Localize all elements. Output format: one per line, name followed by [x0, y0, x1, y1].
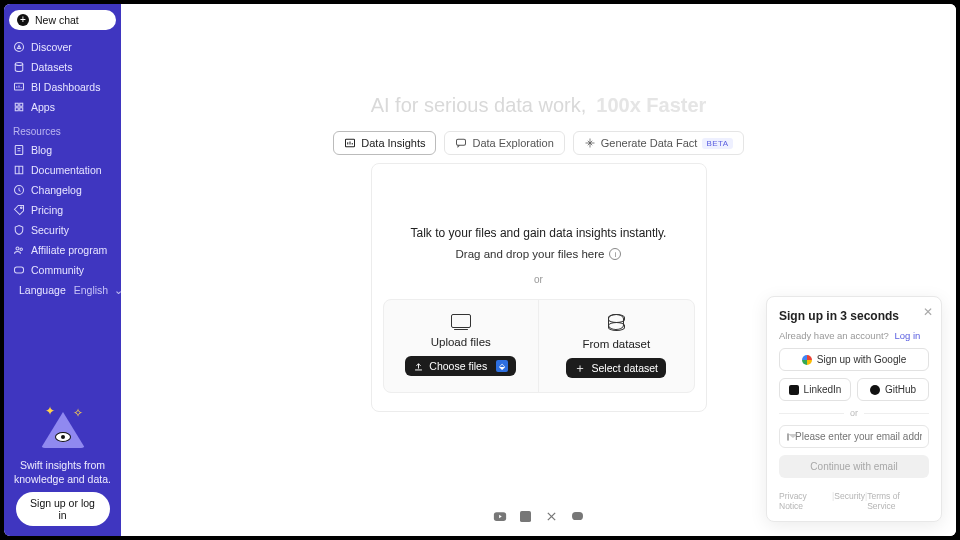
sidebar-item-changelog[interactable]: Changelog — [9, 181, 116, 199]
sso-label: GitHub — [885, 384, 916, 395]
sidebar-item-affiliate[interactable]: Affiliate program — [9, 241, 116, 259]
sidebar-item-label: Discover — [31, 41, 72, 53]
sidebar-item-label: Pricing — [31, 204, 63, 216]
svg-rect-4 — [20, 103, 23, 106]
database-icon — [13, 61, 25, 73]
sparkle-icon — [584, 137, 596, 149]
document-icon — [13, 144, 25, 156]
upload-files-card: Upload files Choose files ⬙ — [384, 300, 539, 392]
signup-login-button[interactable]: Sign up or log in — [16, 492, 110, 526]
sso-label: LinkedIn — [804, 384, 842, 395]
email-input[interactable] — [795, 431, 922, 442]
users-icon — [13, 244, 25, 256]
dashboard-icon — [13, 81, 25, 93]
discord-icon — [13, 264, 25, 276]
shield-icon — [13, 224, 25, 236]
legal-links: Privacy Notice | Security | Terms of Ser… — [779, 491, 929, 511]
language-selector[interactable]: Language English ⌄ — [9, 281, 116, 299]
privacy-link[interactable]: Privacy Notice — [779, 491, 832, 511]
svg-point-0 — [15, 43, 24, 52]
choose-files-button[interactable]: Choose files ⬙ — [405, 356, 516, 376]
sidebar-item-label: Community — [31, 264, 84, 276]
sidebar-item-dashboards[interactable]: BI Dashboards — [9, 78, 116, 96]
grid-icon — [13, 101, 25, 113]
email-input-wrapper — [779, 425, 929, 448]
main-content: AI for serious data work, 100x Faster Da… — [121, 4, 956, 536]
svg-point-10 — [16, 247, 19, 250]
select-dataset-button[interactable]: ＋ Select dataset — [566, 358, 666, 378]
card-title: Upload files — [431, 336, 491, 348]
sidebar-item-community[interactable]: Community — [9, 261, 116, 279]
sidebar-item-label: BI Dashboards — [31, 81, 100, 93]
sso-label: Sign up with Google — [817, 354, 907, 365]
sidebar-item-label: Changelog — [31, 184, 82, 196]
info-icon[interactable]: i — [609, 248, 621, 260]
tag-icon — [13, 204, 25, 216]
beta-badge: BETA — [702, 138, 732, 149]
plus-icon: ＋ — [574, 362, 586, 374]
panel-headline: Talk to your files and gain data insight… — [411, 226, 667, 240]
youtube-icon[interactable] — [493, 510, 507, 522]
panel-dragline: Drag and drop your files here i — [456, 248, 622, 260]
svg-rect-5 — [15, 108, 18, 111]
svg-point-9 — [21, 207, 23, 209]
button-label: Choose files — [429, 360, 487, 372]
dragline-text: Drag and drop your files here — [456, 248, 605, 260]
sidebar-item-label: Security — [31, 224, 69, 236]
sidebar-item-apps[interactable]: Apps — [9, 98, 116, 116]
signup-title: Sign up in 3 seconds — [779, 309, 929, 323]
tab-generate-fact[interactable]: Generate Data Fact BETA — [573, 131, 744, 155]
or-divider: or — [534, 274, 543, 285]
compass-icon — [13, 41, 25, 53]
upload-icon — [413, 361, 424, 372]
sidebar-item-documentation[interactable]: Documentation — [9, 161, 116, 179]
svg-rect-18 — [572, 512, 583, 520]
mode-tabs: Data Insights Data Exploration Generate … — [333, 131, 743, 155]
sidebar-item-label: Blog — [31, 144, 52, 156]
tab-data-exploration[interactable]: Data Exploration — [444, 131, 564, 155]
signup-popover: ✕ Sign up in 3 seconds Already have an a… — [766, 296, 942, 522]
discord-icon[interactable] — [571, 510, 585, 522]
google-sso-button[interactable]: Sign up with Google — [779, 348, 929, 371]
card-title: From dataset — [582, 338, 650, 350]
sidebar-item-discover[interactable]: Discover — [9, 38, 116, 56]
language-value: English — [74, 284, 108, 296]
sidebar-item-label: Datasets — [31, 61, 72, 73]
google-icon — [802, 355, 812, 365]
dropbox-icon[interactable]: ⬙ — [496, 360, 508, 372]
button-label: Select dataset — [591, 362, 658, 374]
already-text: Already have an account? — [779, 330, 889, 341]
svg-rect-12 — [15, 267, 24, 273]
github-icon — [870, 385, 880, 395]
social-links — [493, 510, 585, 522]
source-cards: Upload files Choose files ⬙ From dataset… — [383, 299, 695, 393]
login-link[interactable]: Log in — [895, 330, 921, 341]
sidebar-item-datasets[interactable]: Datasets — [9, 58, 116, 76]
sidebar-item-pricing[interactable]: Pricing — [9, 201, 116, 219]
new-chat-label: New chat — [35, 14, 79, 26]
close-icon[interactable]: ✕ — [923, 305, 933, 319]
svg-point-11 — [20, 248, 22, 250]
hero-text: AI for serious data work, — [371, 94, 587, 117]
tos-link[interactable]: Terms of Service — [867, 491, 929, 511]
x-icon[interactable] — [545, 510, 559, 522]
linkedin-sso-button[interactable]: LinkedIn — [779, 378, 851, 401]
tab-label: Data Insights — [361, 137, 425, 149]
svg-rect-7 — [15, 146, 23, 155]
tab-data-insights[interactable]: Data Insights — [333, 131, 436, 155]
new-chat-button[interactable]: + New chat — [9, 10, 116, 30]
laptop-icon — [451, 314, 471, 328]
security-link[interactable]: Security — [834, 491, 865, 511]
github-sso-button[interactable]: GitHub — [857, 378, 929, 401]
tab-label: Generate Data Fact — [601, 137, 698, 149]
linkedin-icon — [789, 385, 799, 395]
resources-header: Resources — [9, 118, 116, 139]
mail-icon — [787, 433, 789, 441]
continue-email-button[interactable]: Continue with email — [779, 455, 929, 478]
book-icon — [13, 164, 25, 176]
sidebar-item-blog[interactable]: Blog — [9, 141, 116, 159]
linkedin-icon[interactable] — [519, 510, 533, 522]
from-dataset-card: From dataset ＋ Select dataset — [538, 300, 694, 392]
svg-rect-15 — [457, 139, 466, 145]
sidebar-item-security[interactable]: Security — [9, 221, 116, 239]
